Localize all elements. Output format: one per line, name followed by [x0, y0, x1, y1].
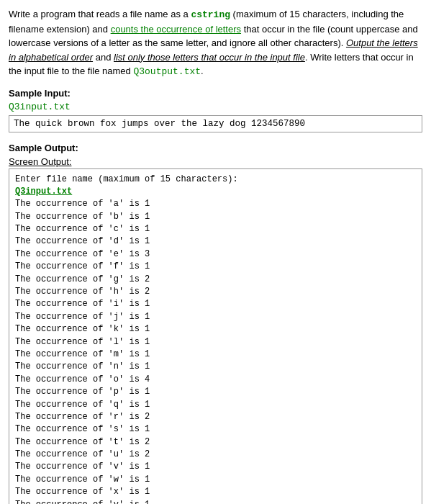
- occurrence-line: The occurrence of 'w' is 1: [15, 474, 416, 486]
- input-file-link: Q3input.txt: [9, 102, 422, 112]
- sample-output-section: Sample Output: Screen Output: Enter file…: [9, 143, 422, 505]
- output-prompt: Enter file name (maximum of 15 character…: [15, 174, 416, 186]
- occurrence-line: The occurrence of 'v' is 1: [15, 461, 416, 473]
- desc-part4: and: [93, 52, 114, 63]
- italic2: list only those letters that occur in th…: [114, 52, 305, 63]
- occurrence-line: The occurrence of 'b' is 1: [15, 211, 416, 223]
- occurrence-line: The occurrence of 't' is 2: [15, 436, 416, 449]
- sample-input-section: Sample Input: Q3input.txt The quick brow…: [9, 88, 422, 132]
- occurrence-line: The occurrence of 'f' is 1: [15, 261, 416, 273]
- occurrence-line: The occurrence of 'h' is 2: [15, 286, 416, 298]
- screen-output-label: Screen Output:: [9, 156, 422, 167]
- occurrence-line: The occurrence of 'e' is 3: [15, 248, 416, 261]
- sample-input-label: Sample Input:: [9, 88, 422, 99]
- occurrence-line: The occurrence of 'a' is 1: [15, 198, 416, 210]
- occurrence-line: The occurrence of 'c' is 1: [15, 223, 416, 235]
- occurrence-line: The occurrence of 'm' is 1: [15, 348, 416, 361]
- input-box: The quick brown fox jumps over the lazy …: [9, 115, 422, 132]
- occurrence-line: The occurrence of 'g' is 2: [15, 274, 416, 286]
- occurrence-line: The occurrence of 'i' is 1: [15, 298, 416, 310]
- desc-part6: .: [201, 66, 204, 76]
- output-file-link: Q3input.txt: [15, 186, 416, 198]
- occurrences-list: The occurrence of 'a' is 1The occurrence…: [15, 198, 416, 504]
- occurrence-line: The occurrence of 'q' is 1: [15, 399, 416, 411]
- occurrence-line: The occurrence of 'r' is 2: [15, 411, 416, 423]
- occurrence-line: The occurrence of 'x' is 1: [15, 486, 416, 498]
- cstring-keyword: cstring: [191, 9, 230, 20]
- desc-part1: Write a program that reads a file name a…: [9, 9, 191, 19]
- occurrence-line: The occurrence of 'j' is 1: [15, 311, 416, 323]
- occurrence-line: The occurrence of 'd' is 1: [15, 235, 416, 248]
- underline1: counts the occurrence of letters: [111, 24, 241, 35]
- occurrence-line: The occurrence of 'l' is 1: [15, 336, 416, 348]
- occurrence-line: The occurrence of 'n' is 1: [15, 361, 416, 373]
- occurrence-line: The occurrence of 'o' is 4: [15, 374, 416, 386]
- description: Write a program that reads a file name a…: [9, 7, 422, 79]
- inline-code: Q3output.txt: [133, 66, 201, 77]
- occurrence-line: The occurrence of 'k' is 1: [15, 323, 416, 336]
- output-box: Enter file name (maximum of 15 character…: [9, 168, 422, 505]
- occurrence-line: The occurrence of 'u' is 2: [15, 449, 416, 461]
- sample-output-label: Sample Output:: [9, 143, 422, 153]
- occurrence-line: The occurrence of 's' is 1: [15, 423, 416, 436]
- occurrence-line: The occurrence of 'p' is 1: [15, 386, 416, 398]
- input-content: The quick brown fox jumps over the lazy …: [14, 119, 305, 129]
- occurrence-line: The occurrence of 'y' is 1: [15, 499, 416, 504]
